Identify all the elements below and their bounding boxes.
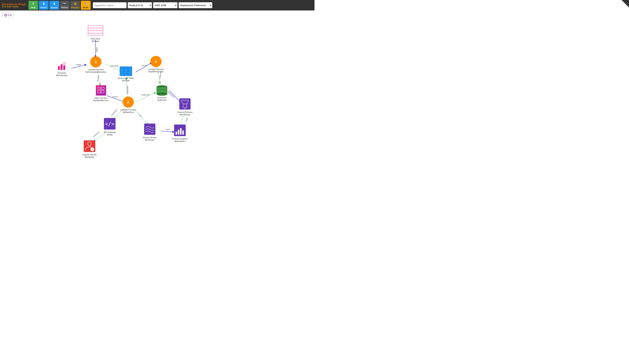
- svg-line-18: [169, 91, 181, 102]
- svg-rect-41: [61, 64, 62, 70]
- build-icon: 🔧: [84, 2, 88, 6]
- s3-label2: MyBucket: [157, 99, 166, 101]
- step-function-node[interactable]: Step Function MyStateMachine: [93, 85, 109, 101]
- svg-text:read/write: read/write: [127, 86, 129, 94]
- picture-icon: 📷: [63, 2, 67, 6]
- kinesis-firehose-node[interactable]: Kinesis Firehose MyFirehose: [177, 98, 192, 116]
- app-name-input[interactable]: [93, 2, 127, 8]
- svg-text:✓: ✓: [91, 148, 93, 151]
- cognito-node[interactable]: ✓ Cognito Identity MyIdentity: [82, 140, 97, 158]
- import-icon: ⬇: [42, 2, 45, 6]
- lambda-dbprocessor-label2: MyDBProcessor: [149, 71, 163, 73]
- svg-text:input: input: [166, 128, 170, 130]
- lambda-backend-node[interactable]: λ Lambda Function MyBackEnd: [120, 96, 136, 113]
- kinesis-stream-label1: Kinesis Stream: [143, 136, 157, 139]
- logo: Serverless by Design Think. Build. Repea…: [1, 3, 26, 8]
- s3-bucket-node[interactable]: S3 Bucket MyBucket: [157, 86, 167, 101]
- svg-text:</>: </>: [105, 121, 115, 127]
- framework-select[interactable]: AWS SAM: [153, 2, 177, 8]
- physics-icon: ⚙: [74, 2, 77, 6]
- svg-text:input: input: [185, 117, 188, 122]
- svg-text:put: put: [139, 114, 142, 117]
- export-label: Export: [51, 6, 57, 8]
- kinesis-firehose-label2: MyFirehose: [179, 113, 190, 116]
- deployment-select[interactable]: Deployment Preference: [179, 2, 212, 8]
- kinesis-analytics-label2: MyAnalytics: [174, 140, 185, 142]
- lambda-scheduled-label1: Lambda Function: [88, 68, 104, 71]
- svg-line-45: [64, 64, 65, 64]
- toolbar: Serverless by Design Think. Build. Repea…: [0, 0, 314, 10]
- svg-text:stream: stream: [141, 65, 147, 67]
- import-button[interactable]: ⬇ Import: [39, 1, 49, 10]
- api-gateway-label2: MyApi: [107, 133, 113, 136]
- sns-node[interactable]: SNS Topic MyTopic: [88, 25, 103, 42]
- cognito-label1: Cognito Identity: [82, 154, 97, 156]
- svg-text:read/write: read/write: [110, 65, 119, 67]
- help-label: Help: [31, 6, 35, 8]
- build-button[interactable]: 🔧 Build: [81, 1, 91, 10]
- diagram-svg[interactable]: trigger target read/write activity invok…: [0, 10, 314, 182]
- import-label: Import: [40, 6, 47, 8]
- schedule-label2: MySchedule: [56, 74, 68, 77]
- help-icon: ?: [32, 2, 34, 6]
- build-label: Build: [83, 6, 88, 8]
- picture-label: Picture: [61, 6, 68, 8]
- export-button[interactable]: ⬆ Export: [49, 1, 59, 10]
- svg-line-22: [161, 131, 174, 132]
- sns-label1: SNS Topic: [91, 38, 100, 40]
- sns-label2: MyTopic: [92, 40, 99, 42]
- edit-icon: ✎: [4, 14, 7, 16]
- physics-label: Physics: [71, 6, 79, 8]
- schedule-label1: Schedule: [57, 72, 66, 74]
- svg-rect-46: [120, 67, 132, 76]
- lambda-backend-label2: MyBackEnd: [123, 111, 134, 113]
- schedule-node[interactable]: Schedule MySchedule: [56, 63, 68, 77]
- svg-text:integration: integration: [110, 108, 118, 116]
- svg-rect-71: [180, 128, 182, 135]
- step-function-label1: Step Function: [95, 97, 107, 99]
- dynamodb-node[interactable]: DynamoDB Table MyTable: [118, 67, 134, 82]
- edit-button[interactable]: ✎ Edit: [2, 13, 14, 17]
- logo-line2: Think. Build. Repeat.: [1, 5, 26, 8]
- svg-text:read/write: read/write: [141, 94, 150, 96]
- lambda-scheduled-label2: MyScheduledActivities: [86, 71, 106, 73]
- canvas-area[interactable]: ✎ Edit trigger target read/write activit…: [0, 10, 314, 182]
- lambda-backend-label1: Lambda Function: [120, 109, 136, 111]
- svg-text:λ: λ: [95, 59, 97, 64]
- svg-text:invoke: invoke: [112, 96, 118, 98]
- lambda-dbprocessor-label1: Lambda Function: [148, 68, 164, 70]
- dynamodb-label2: MyTable: [122, 80, 130, 82]
- edit-label: Edit: [8, 14, 12, 16]
- s3-label1: S3 Bucket: [157, 96, 167, 99]
- svg-rect-72: [182, 130, 184, 135]
- runtime-select[interactable]: Node.js 8.10: [128, 2, 152, 8]
- svg-text:destination: destination: [167, 91, 175, 98]
- svg-rect-69: [176, 132, 177, 135]
- svg-text:authorize: authorize: [92, 131, 100, 138]
- dynamodb-label1: DynamoDB Table: [118, 77, 134, 79]
- step-function-label2: MyStateMachine: [93, 99, 109, 101]
- api-gateway-label1: API Gateway: [104, 131, 116, 133]
- api-gateway-node[interactable]: </> API Gateway MyApi: [104, 118, 116, 136]
- svg-line-28: [135, 109, 148, 124]
- kinesis-stream-label2: MyStream: [145, 139, 155, 141]
- cognito-label2: MyIdentity: [85, 156, 94, 158]
- svg-text:activity: activity: [96, 76, 99, 82]
- svg-rect-52: [96, 85, 106, 95]
- physics-button[interactable]: ⚙ Physics: [70, 1, 80, 10]
- logo-line1: Serverless by Design: [1, 3, 26, 5]
- svg-rect-40: [58, 66, 60, 70]
- help-button[interactable]: ? Help: [28, 1, 38, 10]
- lambda-scheduled-node[interactable]: λ Lambda Function MyScheduledActivities: [86, 56, 106, 73]
- toolbar-inputs: Node.js 8.10 AWS SAM Deployment Preferen…: [93, 2, 212, 8]
- picture-button[interactable]: 📷 Picture: [60, 1, 70, 10]
- svg-text:λ: λ: [127, 100, 129, 104]
- kinesis-stream-node[interactable]: Kinesis Stream MyStream: [143, 124, 157, 141]
- kinesis-analytics-label1: Kinesis Analytics: [172, 138, 188, 140]
- svg-text:target: target: [76, 64, 81, 66]
- kinesis-analytics-node[interactable]: Kinesis Analytics MyAnalytics: [172, 124, 188, 142]
- svg-rect-42: [63, 65, 65, 70]
- svg-text:trigger: trigger: [96, 47, 98, 52]
- lambda-dbprocessor-node[interactable]: λ Lambda Function MyDBProcessor: [148, 56, 164, 73]
- svg-text:λ: λ: [155, 59, 157, 64]
